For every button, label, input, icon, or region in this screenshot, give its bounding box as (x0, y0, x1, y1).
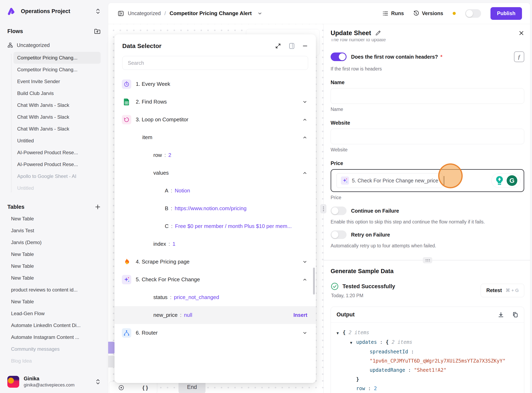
user-menu[interactable]: Ginika ginika@activepieces.com (7, 376, 100, 388)
tree-row-item[interactable]: item (115, 128, 316, 146)
name-field-label: Name (331, 79, 524, 85)
project-switcher[interactable]: Operations Project (7, 0, 100, 22)
chevron-down-icon[interactable] (302, 330, 307, 335)
breadcrumb-flow-title[interactable]: Competitor Pricing Change Alert (170, 10, 252, 17)
table-item-blog-idea[interactable]: Blog Idea (7, 355, 100, 367)
scrollbar-thumb[interactable] (313, 268, 315, 295)
tree-row-row[interactable]: row:2 (115, 146, 316, 164)
continue-on-failure-toggle[interactable] (331, 206, 346, 215)
chevron-down-icon[interactable] (257, 11, 262, 16)
new-folder-icon[interactable] (94, 28, 100, 34)
retry-on-failure-toggle[interactable] (331, 231, 346, 239)
table-item-community-messages[interactable]: Community messages (7, 343, 100, 355)
flow-item-event-invite-sender[interactable]: Event Invite Sender (14, 76, 100, 87)
breadcrumb-folder[interactable]: Uncategorized (128, 10, 161, 16)
tree-value: price_not_changed (174, 294, 219, 300)
canvas-toolbar[interactable]: { } (109, 381, 157, 393)
search-input[interactable] (128, 60, 303, 66)
chevron-up-icon[interactable] (302, 117, 307, 122)
tree-row-a[interactable]: A:Notion (115, 182, 316, 200)
flow-item-chat-with-jarvis-slack[interactable]: Chat With Jarvis - Slack (14, 123, 100, 135)
tree-row-3-loop-on-competitor[interactable]: 3. Loop on Competitor (115, 111, 316, 128)
table-item-new-table[interactable]: New Table (7, 213, 100, 225)
chevron-up-icon[interactable] (302, 171, 307, 176)
table-item-automate-linkedin-content-di[interactable]: Automate LinkedIn Content Di... (7, 319, 100, 331)
download-icon[interactable] (498, 312, 504, 318)
table-item-product-reviews-to-content-id[interactable]: product reviews to content id... (7, 284, 100, 296)
dynamic-value-icon[interactable]: ƒ (514, 51, 524, 62)
caret-spacer (364, 347, 370, 348)
tree-row-2-find-rows[interactable]: 2. Find Rows (115, 93, 316, 111)
table-item-jarvis-demo[interactable]: Jarvis (Demo) (7, 236, 100, 248)
table-item-automate-instagram-content[interactable]: Automate Instagram Content ... (7, 331, 100, 343)
tree-row-index[interactable]: index:1 (115, 235, 316, 253)
flow-item-competitor-pricing-chang[interactable]: Competitor Pricing Chang... (14, 52, 100, 64)
chevron-down-icon[interactable] (302, 99, 307, 104)
output-json[interactable]: ▼{ 2 items▼updates : { 2 itemsspreadshee… (331, 323, 524, 393)
flow-item-ai-powered-product-rese[interactable]: AI-Powered Product Rese... (14, 158, 100, 170)
tree-row-b[interactable]: B:https://www.notion.com/pricing (115, 200, 316, 217)
input-addons[interactable]: G (491, 173, 520, 188)
table-item-new-table[interactable]: New Table (7, 248, 100, 260)
tree-row-c[interactable]: C:Free $0 per member / month Plus $10 pe… (115, 217, 316, 235)
runs-button[interactable]: Runs (382, 10, 404, 16)
edit-pencil-icon[interactable] (375, 30, 381, 36)
flow-item-competitor-pricing-chang[interactable]: Competitor Pricing Chang... (14, 64, 100, 76)
flow-item-ai-powered-product-rese[interactable]: AI-Powered Product Rese... (14, 147, 100, 158)
copy-icon[interactable] (512, 312, 518, 318)
collapse-caret-icon[interactable]: ▼ (336, 328, 343, 338)
expand-icon[interactable] (275, 43, 281, 49)
table-item-new-table[interactable]: New Table (7, 260, 100, 272)
insert-button[interactable]: Insert (293, 312, 307, 318)
json-view-icon[interactable]: { } (142, 385, 148, 391)
chevron-updown-icon[interactable] (95, 8, 100, 14)
table-item-jarvis-test[interactable]: Jarvis Test (7, 225, 100, 236)
tree-row-4-scrape-pricing-page[interactable]: 4. Scrape Pricing page (115, 253, 316, 271)
collapse-panel-icon[interactable] (118, 10, 124, 17)
tree-row-1-every-week[interactable]: 1. Every Week (115, 75, 316, 93)
folder-uncategorized[interactable]: Uncategorized (7, 39, 100, 51)
table-item-lead-gen-flow[interactable]: Lead-Gen Flow (7, 308, 100, 319)
chevron-up-icon[interactable] (302, 277, 307, 282)
dock-side-icon[interactable] (289, 43, 295, 49)
chevron-up-icon[interactable] (302, 135, 307, 140)
flow-enabled-toggle[interactable] (465, 9, 481, 18)
retest-button[interactable]: Retest⌘ + G (481, 284, 524, 297)
panel-resize-handle[interactable] (423, 257, 432, 263)
flow-item-build-club-jarvis[interactable]: Build Club Jarvis (14, 87, 100, 99)
tree-row-new-price[interactable]: new_price:nullInsert (115, 306, 316, 324)
flow-item-chat-with-jarvis-slack[interactable]: Chat With Jarvis - Slack (14, 111, 100, 123)
zoom-fit-icon[interactable] (118, 385, 124, 391)
first-row-headers-toggle[interactable] (331, 53, 346, 61)
flow-item-untitled[interactable]: Untitled (14, 182, 100, 194)
grammarly-suggestion-icon[interactable] (494, 175, 505, 186)
table-item-new-table[interactable]: New Table (7, 296, 100, 308)
name-field[interactable] (331, 88, 524, 104)
grammarly-icon[interactable]: G (507, 175, 517, 186)
tree-row-6-router[interactable]: 6. Router (115, 324, 316, 342)
price-field[interactable]: 5. Check For Price Change new_price G (331, 169, 524, 192)
publish-button[interactable]: Publish (491, 7, 522, 20)
folder-label: Uncategorized (17, 42, 50, 48)
close-icon[interactable] (518, 30, 524, 36)
tree-row-values[interactable]: values (115, 164, 316, 182)
tree-row-status[interactable]: status:price_not_changed (115, 288, 316, 306)
collapse-caret-icon[interactable]: ▼ (350, 338, 356, 347)
tree-label: values (153, 170, 169, 176)
tree-row-5-check-for-price-change[interactable]: 5. Check For Price Change (115, 271, 316, 288)
data-selector-search[interactable] (122, 56, 308, 70)
versions-button[interactable]: Versions (413, 10, 443, 16)
chevron-down-icon[interactable] (302, 259, 307, 264)
add-table-icon[interactable] (95, 204, 100, 210)
test-status: Tested Successfully (342, 283, 395, 290)
tree-value: https://www.notion.com/pricing (175, 205, 246, 212)
flow-item-chat-with-jarvis-slack[interactable]: Chat With Jarvis - Slack (14, 99, 100, 111)
flow-item-apollo-to-google-sheet-ai[interactable]: Apollo to Google Sheet - AI (14, 170, 100, 182)
website-field[interactable] (331, 129, 524, 144)
divider-drag-handle[interactable] (320, 204, 326, 213)
price-token-chip[interactable]: 5. Check For Price Change new_price (336, 173, 442, 188)
sparkle-icon (122, 275, 131, 284)
flow-item-untitled[interactable]: Untitled (14, 135, 100, 147)
table-item-new-table[interactable]: New Table (7, 272, 100, 284)
minimize-icon[interactable] (302, 43, 308, 49)
